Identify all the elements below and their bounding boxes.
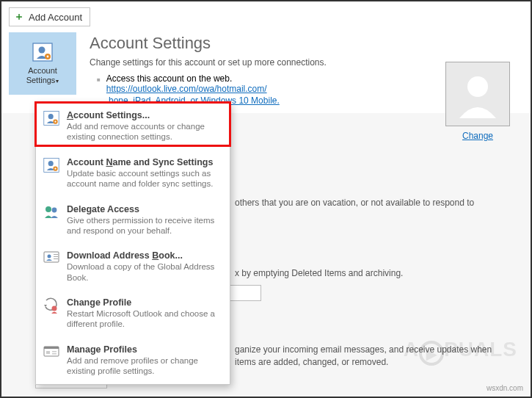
manage-profiles-icon: [43, 344, 59, 377]
avatar: [445, 62, 510, 126]
mailbox-text-fragment: x by emptying Deleted Items and archivin…: [235, 267, 499, 280]
svg-rect-22: [44, 347, 59, 349]
bullet-icon: ■: [97, 76, 101, 83]
menu-desc: Give others permission to receive items …: [67, 215, 221, 236]
tile-label-2: Settings▾: [26, 76, 59, 85]
add-account-button[interactable]: ＋ Add Account: [9, 7, 90, 26]
vacation-text-fragment: others that you are on vacation, or not …: [235, 197, 499, 209]
menu-title: Account Settings...: [67, 110, 221, 120]
name-sync-icon: [43, 157, 59, 189]
menu-title: Manage Profiles: [67, 344, 221, 355]
add-account-label: Add Account: [29, 12, 82, 23]
svg-point-3: [47, 55, 49, 57]
access-web-label: Access this account on the web.: [106, 73, 267, 84]
menu-item-delegate[interactable]: Delegate Access Give others permission t…: [36, 197, 230, 244]
svg-point-16: [48, 255, 51, 258]
watermark: A▸PUALS: [404, 338, 517, 366]
account-settings-tile[interactable]: Account Settings▾: [9, 32, 76, 95]
delegate-icon: [43, 204, 59, 236]
menu-desc: Update basic account settings such as ac…: [67, 168, 221, 189]
menu-title: Change Profile: [67, 297, 221, 308]
tile-label-1: Account: [26, 66, 59, 76]
page-title: Account Settings: [90, 34, 517, 53]
menu-desc: Download a copy of the Global Address Bo…: [67, 261, 221, 283]
svg-rect-17: [54, 254, 58, 255]
account-settings-dropdown: Account Settings... Add and remove accou…: [35, 102, 230, 385]
svg-point-14: [52, 207, 57, 212]
menu-item-change-profile[interactable]: Change Profile Restart Microsoft Outlook…: [36, 290, 230, 337]
menu-title: Download Address Book...: [67, 250, 221, 261]
svg-point-13: [45, 206, 51, 212]
menu-item-download-ab[interactable]: Download Address Book... Download a copy…: [36, 243, 230, 290]
svg-point-12: [54, 167, 56, 169]
menu-item-manage-profiles[interactable]: Manage Profiles Add and remove profiles …: [36, 337, 230, 384]
svg-point-4: [467, 76, 488, 97]
change-photo-link[interactable]: Change: [462, 131, 493, 141]
account-settings-tile-icon: [32, 43, 53, 64]
menu-desc: Add and remove profiles or change existi…: [67, 355, 221, 377]
svg-point-8: [54, 121, 56, 123]
svg-rect-18: [54, 256, 58, 257]
svg-rect-23: [46, 351, 50, 354]
owa-link[interactable]: https://outlook.live.com/owa/hotmail.com…: [106, 84, 267, 94]
source-attribution: wsxdn.com: [487, 384, 523, 392]
menu-title: Delegate Access: [67, 204, 221, 214]
plus-icon: ＋: [14, 10, 24, 23]
svg-point-1: [39, 46, 45, 53]
menu-desc: Add and remove accounts or change existi…: [67, 121, 221, 142]
svg-rect-19: [54, 258, 58, 259]
svg-rect-24: [52, 351, 57, 352]
menu-desc: Restart Microsoft Outlook and choose a d…: [67, 308, 221, 330]
menu-title: Account Name and Sync Settings: [67, 157, 221, 167]
svg-point-20: [52, 306, 57, 311]
svg-point-6: [48, 114, 54, 119]
account-settings-icon: [43, 110, 59, 142]
menu-item-name-sync[interactable]: Account Name and Sync Settings Update ba…: [36, 150, 230, 197]
change-profile-icon: [43, 297, 59, 330]
svg-rect-25: [52, 353, 57, 355]
address-book-icon: [43, 250, 59, 283]
menu-item-account-settings[interactable]: Account Settings... Add and remove accou…: [36, 103, 230, 150]
svg-point-10: [48, 161, 54, 166]
